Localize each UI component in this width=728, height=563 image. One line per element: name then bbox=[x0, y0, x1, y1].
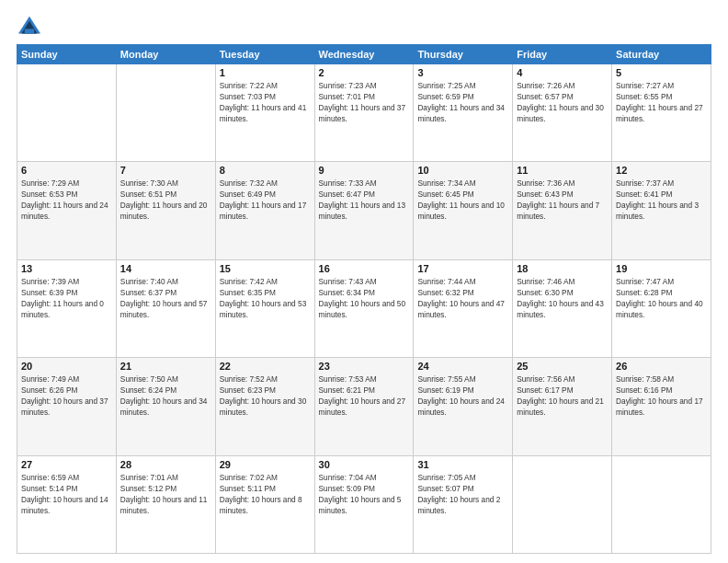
cell-2-3: 8Sunrise: 7:32 AM Sunset: 6:49 PM Daylig… bbox=[215, 162, 314, 259]
cell-5-2: 28Sunrise: 7:01 AM Sunset: 5:12 PM Dayli… bbox=[116, 455, 215, 553]
cell-info: Sunrise: 7:37 AM Sunset: 6:41 PM Dayligh… bbox=[616, 178, 707, 222]
cell-info: Sunrise: 7:01 AM Sunset: 5:12 PM Dayligh… bbox=[120, 472, 211, 516]
cell-info: Sunrise: 7:32 AM Sunset: 6:49 PM Dayligh… bbox=[220, 178, 311, 222]
day-number: 19 bbox=[616, 263, 707, 274]
col-header-wednesday: Wednesday bbox=[314, 45, 414, 64]
day-number: 28 bbox=[120, 459, 211, 470]
cell-info: Sunrise: 7:49 AM Sunset: 6:26 PM Dayligh… bbox=[21, 373, 112, 418]
cell-3-2: 14Sunrise: 7:40 AM Sunset: 6:37 PM Dayli… bbox=[116, 259, 215, 357]
cell-info: Sunrise: 7:34 AM Sunset: 6:45 PM Dayligh… bbox=[417, 178, 508, 222]
cell-5-6 bbox=[513, 455, 612, 553]
cell-4-4: 23Sunrise: 7:53 AM Sunset: 6:21 PM Dayli… bbox=[314, 358, 414, 455]
cell-3-6: 18Sunrise: 7:46 AM Sunset: 6:30 PM Dayli… bbox=[513, 259, 612, 357]
cell-info: Sunrise: 7:50 AM Sunset: 6:24 PM Dayligh… bbox=[120, 373, 211, 418]
day-number: 20 bbox=[21, 361, 112, 372]
cell-1-3: 1Sunrise: 7:22 AM Sunset: 7:03 PM Daylig… bbox=[215, 64, 314, 162]
cell-4-3: 22Sunrise: 7:52 AM Sunset: 6:23 PM Dayli… bbox=[215, 358, 314, 455]
cell-info: Sunrise: 7:30 AM Sunset: 6:51 PM Dayligh… bbox=[120, 178, 211, 222]
day-number: 9 bbox=[319, 165, 410, 176]
header-row: SundayMondayTuesdayWednesdayThursdayFrid… bbox=[17, 45, 711, 64]
col-header-tuesday: Tuesday bbox=[215, 45, 314, 64]
day-number: 30 bbox=[319, 459, 410, 470]
day-number: 24 bbox=[417, 361, 508, 372]
cell-4-2: 21Sunrise: 7:50 AM Sunset: 6:24 PM Dayli… bbox=[116, 358, 215, 455]
cell-info: Sunrise: 7:22 AM Sunset: 7:03 PM Dayligh… bbox=[220, 80, 311, 124]
cell-info: Sunrise: 7:56 AM Sunset: 6:17 PM Dayligh… bbox=[517, 373, 608, 418]
logo-icon bbox=[17, 15, 42, 37]
cell-info: Sunrise: 7:53 AM Sunset: 6:21 PM Dayligh… bbox=[319, 373, 410, 418]
day-number: 8 bbox=[220, 165, 311, 176]
cell-info: Sunrise: 7:39 AM Sunset: 6:39 PM Dayligh… bbox=[21, 276, 112, 320]
day-number: 26 bbox=[616, 361, 707, 372]
day-number: 10 bbox=[417, 165, 508, 176]
day-number: 21 bbox=[120, 361, 211, 372]
cell-3-1: 13Sunrise: 7:39 AM Sunset: 6:39 PM Dayli… bbox=[17, 259, 117, 357]
day-number: 14 bbox=[120, 263, 211, 274]
day-number: 4 bbox=[517, 67, 608, 78]
week-row-3: 13Sunrise: 7:39 AM Sunset: 6:39 PM Dayli… bbox=[17, 259, 711, 357]
cell-3-3: 15Sunrise: 7:42 AM Sunset: 6:35 PM Dayli… bbox=[215, 259, 314, 357]
cell-1-4: 2Sunrise: 7:23 AM Sunset: 7:01 PM Daylig… bbox=[314, 64, 414, 162]
cell-1-1 bbox=[17, 64, 117, 162]
cell-3-7: 19Sunrise: 7:47 AM Sunset: 6:28 PM Dayli… bbox=[612, 259, 711, 357]
cell-3-4: 16Sunrise: 7:43 AM Sunset: 6:34 PM Dayli… bbox=[314, 259, 414, 357]
col-header-thursday: Thursday bbox=[414, 45, 513, 64]
day-number: 5 bbox=[616, 67, 707, 78]
cell-1-7: 5Sunrise: 7:27 AM Sunset: 6:55 PM Daylig… bbox=[612, 64, 711, 162]
cell-info: Sunrise: 7:02 AM Sunset: 5:11 PM Dayligh… bbox=[220, 472, 311, 516]
day-number: 18 bbox=[517, 263, 608, 274]
day-number: 6 bbox=[21, 165, 112, 176]
cell-info: Sunrise: 7:36 AM Sunset: 6:43 PM Dayligh… bbox=[517, 178, 608, 222]
cell-info: Sunrise: 7:55 AM Sunset: 6:19 PM Dayligh… bbox=[417, 373, 508, 418]
header bbox=[17, 15, 711, 37]
day-number: 15 bbox=[220, 263, 311, 274]
cell-info: Sunrise: 7:33 AM Sunset: 6:47 PM Dayligh… bbox=[319, 178, 410, 222]
day-number: 13 bbox=[21, 263, 112, 274]
day-number: 1 bbox=[220, 67, 311, 78]
cell-5-5: 31Sunrise: 7:05 AM Sunset: 5:07 PM Dayli… bbox=[414, 455, 513, 553]
cell-info: Sunrise: 7:44 AM Sunset: 6:32 PM Dayligh… bbox=[417, 276, 508, 320]
cell-info: Sunrise: 7:04 AM Sunset: 5:09 PM Dayligh… bbox=[319, 472, 410, 516]
cell-5-7 bbox=[612, 455, 711, 553]
cell-2-5: 10Sunrise: 7:34 AM Sunset: 6:45 PM Dayli… bbox=[414, 162, 513, 259]
cell-5-4: 30Sunrise: 7:04 AM Sunset: 5:09 PM Dayli… bbox=[314, 455, 414, 553]
cell-info: Sunrise: 7:58 AM Sunset: 6:16 PM Dayligh… bbox=[616, 373, 707, 418]
cell-5-3: 29Sunrise: 7:02 AM Sunset: 5:11 PM Dayli… bbox=[215, 455, 314, 553]
day-number: 16 bbox=[319, 263, 410, 274]
cell-4-5: 24Sunrise: 7:55 AM Sunset: 6:19 PM Dayli… bbox=[414, 358, 513, 455]
day-number: 17 bbox=[417, 263, 508, 274]
cell-info: Sunrise: 6:59 AM Sunset: 5:14 PM Dayligh… bbox=[21, 472, 112, 516]
cell-2-2: 7Sunrise: 7:30 AM Sunset: 6:51 PM Daylig… bbox=[116, 162, 215, 259]
cell-2-4: 9Sunrise: 7:33 AM Sunset: 6:47 PM Daylig… bbox=[314, 162, 414, 259]
cell-info: Sunrise: 7:23 AM Sunset: 7:01 PM Dayligh… bbox=[319, 80, 410, 124]
cell-3-5: 17Sunrise: 7:44 AM Sunset: 6:32 PM Dayli… bbox=[414, 259, 513, 357]
day-number: 31 bbox=[417, 459, 508, 470]
day-number: 29 bbox=[220, 459, 311, 470]
day-number: 23 bbox=[319, 361, 410, 372]
cell-1-6: 4Sunrise: 7:26 AM Sunset: 6:57 PM Daylig… bbox=[513, 64, 612, 162]
cell-5-1: 27Sunrise: 6:59 AM Sunset: 5:14 PM Dayli… bbox=[17, 455, 117, 553]
cell-4-7: 26Sunrise: 7:58 AM Sunset: 6:16 PM Dayli… bbox=[612, 358, 711, 455]
svg-rect-2 bbox=[25, 29, 34, 33]
week-row-2: 6Sunrise: 7:29 AM Sunset: 6:53 PM Daylig… bbox=[17, 162, 711, 259]
day-number: 7 bbox=[120, 165, 211, 176]
day-number: 25 bbox=[517, 361, 608, 372]
calendar-table: SundayMondayTuesdayWednesdayThursdayFrid… bbox=[17, 44, 711, 554]
week-row-1: 1Sunrise: 7:22 AM Sunset: 7:03 PM Daylig… bbox=[17, 64, 711, 162]
cell-info: Sunrise: 7:46 AM Sunset: 6:30 PM Dayligh… bbox=[517, 276, 608, 320]
cell-info: Sunrise: 7:47 AM Sunset: 6:28 PM Dayligh… bbox=[616, 276, 707, 320]
cell-info: Sunrise: 7:05 AM Sunset: 5:07 PM Dayligh… bbox=[417, 472, 508, 516]
day-number: 22 bbox=[220, 361, 311, 372]
cell-info: Sunrise: 7:43 AM Sunset: 6:34 PM Dayligh… bbox=[319, 276, 410, 320]
cell-info: Sunrise: 7:26 AM Sunset: 6:57 PM Dayligh… bbox=[517, 80, 608, 124]
col-header-monday: Monday bbox=[116, 45, 215, 64]
col-header-sunday: Sunday bbox=[17, 45, 117, 64]
cell-info: Sunrise: 7:40 AM Sunset: 6:37 PM Dayligh… bbox=[120, 276, 211, 320]
week-row-4: 20Sunrise: 7:49 AM Sunset: 6:26 PM Dayli… bbox=[17, 358, 711, 455]
cell-4-6: 25Sunrise: 7:56 AM Sunset: 6:17 PM Dayli… bbox=[513, 358, 612, 455]
cell-info: Sunrise: 7:29 AM Sunset: 6:53 PM Dayligh… bbox=[21, 178, 112, 222]
day-number: 3 bbox=[417, 67, 508, 78]
day-number: 12 bbox=[616, 165, 707, 176]
day-number: 11 bbox=[517, 165, 608, 176]
day-number: 27 bbox=[21, 459, 112, 470]
